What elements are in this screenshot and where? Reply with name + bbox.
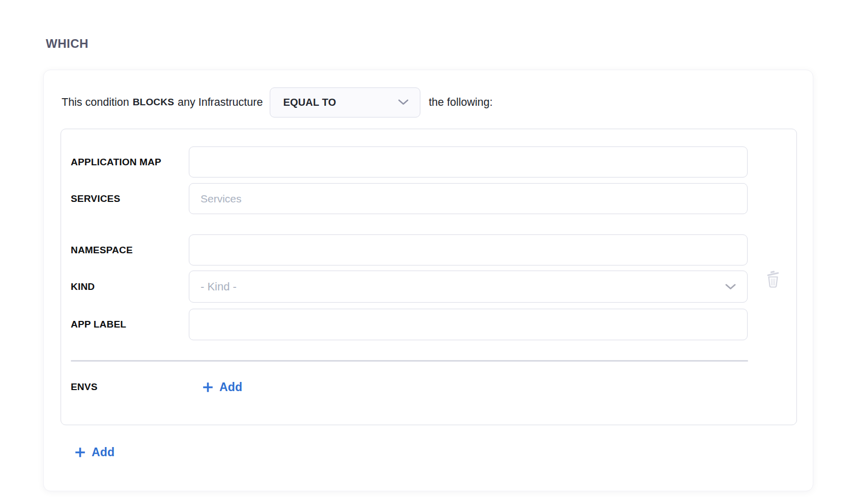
condition-card: This condition BLOCKS any Infrastructure… (43, 70, 813, 491)
chevron-down-icon (725, 284, 736, 290)
app-label-input[interactable] (189, 309, 748, 340)
chevron-down-icon (398, 99, 409, 105)
operator-select[interactable]: EQUAL TO (270, 87, 420, 117)
namespace-input[interactable] (189, 234, 748, 265)
kind-select-placeholder: - Kind - (201, 280, 237, 293)
trash-icon (765, 269, 781, 289)
plus-icon (202, 381, 214, 393)
field-row-envs: ENVS Add (71, 372, 242, 402)
kind-select[interactable]: - Kind - (189, 271, 748, 303)
add-scope-block-button[interactable]: Add (74, 446, 115, 459)
divider (71, 360, 748, 362)
field-row-services: SERVICES (71, 183, 748, 214)
services-input[interactable] (189, 183, 748, 214)
sentence-suffix: the following: (429, 96, 493, 109)
field-row-namespace: NAMESPACE (71, 234, 748, 265)
condition-sentence: This condition BLOCKS any Infrastructure… (62, 87, 493, 117)
application-map-input[interactable] (189, 146, 748, 177)
envs-add-button[interactable]: Add (202, 380, 242, 394)
sentence-middle: any Infrastructure (178, 96, 263, 109)
section-heading-which: WHICH (46, 37, 89, 51)
scope-panel: APPLICATION MAP SERVICES NAMESPACE KIND (61, 129, 797, 425)
delete-block-button[interactable] (762, 266, 784, 291)
field-label: NAMESPACE (71, 244, 189, 256)
field-row-kind: KIND - Kind - (71, 271, 748, 303)
field-label: SERVICES (71, 192, 189, 205)
sentence-prefix: This condition (62, 96, 129, 109)
field-label: KIND (71, 280, 189, 293)
field-row-app-label: APP LABEL (71, 309, 748, 340)
field-label: ENVS (71, 380, 189, 393)
field-label: APPLICATION MAP (71, 156, 189, 168)
operator-select-value: EQUAL TO (283, 97, 336, 108)
plus-icon (74, 447, 86, 458)
field-label: APP LABEL (71, 318, 189, 331)
sentence-verb: BLOCKS (132, 97, 175, 108)
field-row-application-map: APPLICATION MAP (71, 146, 748, 177)
